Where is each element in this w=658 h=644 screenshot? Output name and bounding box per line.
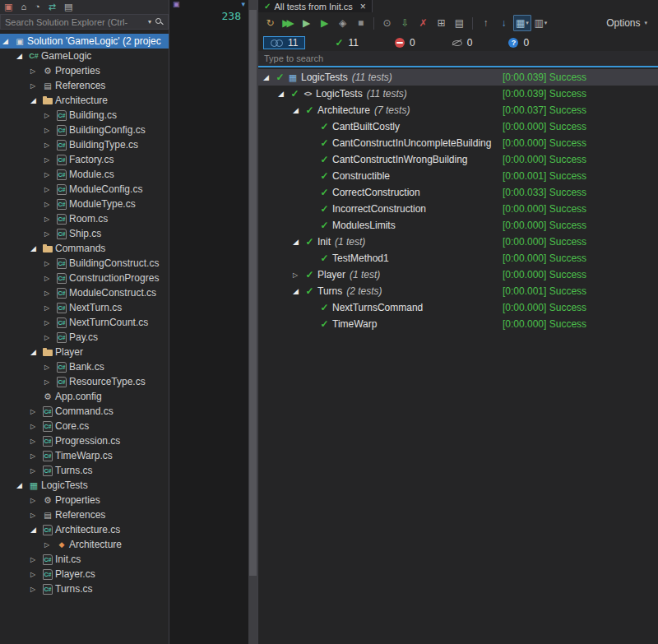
- collapsed-arrow-icon[interactable]: ▷: [30, 497, 41, 504]
- test-tree-item[interactable]: ✓IncorrectConstruction[0:00.000] Success: [258, 201, 658, 217]
- stop-tests-icon[interactable]: ■: [352, 15, 369, 31]
- solution-tree-item[interactable]: ◢Player: [0, 345, 169, 359]
- run-new-tests-icon[interactable]: ▶: [298, 15, 315, 31]
- collapsed-arrow-icon[interactable]: ▷: [44, 275, 55, 282]
- expanded-arrow-icon[interactable]: ◢: [16, 52, 27, 60]
- failed-tests-filter[interactable]: 0: [388, 37, 422, 49]
- solution-tree-item[interactable]: ▷C#BuildingConstruct.cs: [0, 256, 169, 271]
- solution-tree-item[interactable]: ▷C#Building.cs: [0, 108, 169, 123]
- solution-tree-item[interactable]: ▷C#Command.cs: [0, 404, 169, 419]
- expanded-arrow-icon[interactable]: ◢: [263, 73, 274, 81]
- group-by-icon[interactable]: ▦▾: [513, 15, 531, 31]
- total-tests-filter[interactable]: 11: [263, 36, 305, 49]
- home-icon[interactable]: ⌂: [21, 2, 26, 12]
- solution-tree-item[interactable]: ⚙App.config: [0, 389, 169, 404]
- expanded-arrow-icon[interactable]: ◢: [30, 96, 41, 104]
- next-test-icon[interactable]: ↓: [495, 15, 512, 31]
- toolwindow-layout-icon[interactable]: ▥▾: [532, 15, 549, 31]
- test-tree-item[interactable]: ✓CantConstructInUncompleteBuilding[0:00.…: [258, 135, 658, 151]
- collapsed-arrow-icon[interactable]: ▷: [30, 452, 41, 460]
- rerun-tests-icon[interactable]: ↻: [262, 15, 279, 31]
- tab-all-tests-from-init[interactable]: ✓ All tests from Init.cs ×: [258, 0, 373, 12]
- test-tree-item[interactable]: ✓TestMethod1[0:00.000] Success: [258, 250, 658, 266]
- test-tree-item[interactable]: ✓CorrectConstruction[0:00.033] Success: [258, 184, 658, 201]
- tab-close-icon[interactable]: ×: [360, 2, 366, 12]
- solution-tree-item[interactable]: ▷C#Room.cs: [0, 211, 169, 226]
- solution-explorer-search[interactable]: Search Solution Explorer (Ctrl- ▾: [0, 14, 169, 30]
- solution-tree-item[interactable]: ▷C#Core.cs: [0, 419, 169, 433]
- solution-tree-item[interactable]: ◢C#GameLogic: [0, 49, 169, 63]
- solution-tree-item[interactable]: ◢▦LogicTests: [0, 478, 169, 493]
- editor-strip[interactable]: ▣▾ 238: [169, 0, 258, 644]
- solution-tree-item[interactable]: ▷◆Architecture: [0, 537, 169, 552]
- test-tree-item[interactable]: ✓NextTurnsCommand[0:00.000] Success: [258, 299, 658, 316]
- collapsed-arrow-icon[interactable]: ▷: [44, 186, 55, 193]
- collapsed-arrow-icon[interactable]: ▷: [44, 156, 55, 164]
- collapse-all-icon[interactable]: ▤: [64, 2, 72, 12]
- solution-tree-item[interactable]: ◢C#Architecture.cs: [0, 522, 169, 537]
- collapsed-arrow-icon[interactable]: ▷: [30, 408, 41, 415]
- test-tree-item[interactable]: ✓TimeWarp[0:00.000] Success: [258, 316, 658, 332]
- remove-session-icon[interactable]: ✗: [415, 15, 432, 31]
- search-dropdown-arrow-icon[interactable]: ▾: [148, 18, 151, 25]
- expanded-arrow-icon[interactable]: ◢: [30, 348, 41, 356]
- solution-tree-item[interactable]: ▷C#Factory.cs: [0, 152, 169, 167]
- solution-tree-item[interactable]: ▷C#Turns.cs: [0, 463, 169, 478]
- collapsed-arrow-icon[interactable]: ▷: [44, 230, 55, 238]
- passed-tests-filter[interactable]: ✓11: [328, 36, 365, 49]
- editor-scrollbar[interactable]: [248, 0, 257, 644]
- solution-tree-item[interactable]: ▷C#Progression.cs: [0, 433, 169, 448]
- collapsed-arrow-icon[interactable]: ▷: [30, 67, 41, 75]
- test-tree-item[interactable]: ▷✓Player(1 test)[0:00.000] Success: [258, 266, 658, 283]
- collapsed-arrow-icon[interactable]: ▷: [30, 82, 41, 90]
- test-tree-item[interactable]: ✓CantBuiltCostly[0:00.000] Success: [258, 118, 658, 135]
- collapsed-arrow-icon[interactable]: ▷: [44, 378, 55, 386]
- solution-tree-item[interactable]: ▷C#ConstructionProgres: [0, 271, 169, 285]
- solution-tree-item[interactable]: ▷C#ResourceType.cs: [0, 374, 169, 389]
- solution-tree-item[interactable]: ◢Commands: [0, 241, 169, 256]
- collapsed-arrow-icon[interactable]: ▷: [30, 423, 41, 430]
- collapsed-arrow-icon[interactable]: ▷: [30, 438, 41, 445]
- test-tree-item[interactable]: ✓ModulesLimits[0:00.000] Success: [258, 217, 658, 234]
- expanded-arrow-icon[interactable]: ◢: [293, 106, 304, 114]
- collapsed-arrow-icon[interactable]: ▷: [44, 215, 55, 223]
- test-tree-item[interactable]: ◢✓Turns(2 tests)[0:00.001] Success: [258, 283, 658, 299]
- solution-tree-item[interactable]: ▷C#Turns.cs: [0, 581, 169, 596]
- collapsed-arrow-icon[interactable]: ▷: [44, 319, 55, 327]
- expanded-arrow-icon[interactable]: ◢: [16, 481, 27, 489]
- solution-tree-item[interactable]: ▷C#Module.cs: [0, 167, 169, 182]
- collapsed-arrow-icon[interactable]: ▷: [30, 556, 41, 563]
- collapsed-arrow-icon[interactable]: ▷: [44, 112, 55, 119]
- options-button[interactable]: Options ▾: [606, 17, 655, 29]
- run-all-tests-icon[interactable]: ▶▶: [280, 15, 297, 31]
- sync-with-active-document-icon[interactable]: ⇄: [49, 2, 56, 12]
- run-tests-icon[interactable]: ▶: [316, 15, 333, 31]
- expanded-arrow-icon[interactable]: ◢: [293, 287, 304, 295]
- collapsed-arrow-icon[interactable]: ▷: [44, 290, 55, 297]
- collapsed-arrow-icon[interactable]: ▷: [44, 127, 55, 134]
- solution-tree-item[interactable]: ▷⚙Properties: [0, 63, 169, 78]
- collapsed-arrow-icon[interactable]: ▷: [44, 334, 55, 341]
- solution-tree-item[interactable]: ▷C#ModuleType.cs: [0, 197, 169, 211]
- solution-tree-item[interactable]: ▷C#Bank.cs: [0, 359, 169, 374]
- test-tree-item[interactable]: ◢✓Architecture(7 tests)[0:00.037] Succes…: [258, 102, 658, 118]
- solution-tree-item[interactable]: ▷C#BuildingConfig.cs: [0, 123, 169, 137]
- solution-tree-item[interactable]: ▷C#TimeWarp.cs: [0, 448, 169, 463]
- solution-tree-item[interactable]: ▷▤References: [0, 78, 169, 93]
- ignored-tests-filter[interactable]: 0: [445, 36, 480, 49]
- solution-tree-item[interactable]: ▷⚙Properties: [0, 493, 169, 507]
- collapsed-arrow-icon[interactable]: ▷: [30, 571, 41, 578]
- collapsed-arrow-icon[interactable]: ▷: [44, 201, 55, 208]
- collapsed-arrow-icon[interactable]: ▷: [44, 304, 55, 312]
- solution-tree-item[interactable]: ◢Architecture: [0, 93, 169, 108]
- solution-tree-item[interactable]: ▷C#NextTurnCount.cs: [0, 315, 169, 330]
- profile-tests-icon[interactable]: ◈: [334, 15, 351, 31]
- expanded-arrow-icon[interactable]: ◢: [278, 90, 289, 98]
- expanded-arrow-icon[interactable]: ◢: [2, 37, 13, 45]
- collapsed-arrow-icon[interactable]: ▷: [44, 260, 55, 267]
- collapsed-arrow-icon[interactable]: ▷: [30, 512, 41, 519]
- solution-tree-item[interactable]: ▷C#Init.cs: [0, 552, 169, 567]
- test-tree-item[interactable]: ✓Constructible[0:00.001] Success: [258, 168, 658, 184]
- solution-tree-item[interactable]: ▷C#Pay.cs: [0, 330, 169, 345]
- collapsed-arrow-icon[interactable]: ▷: [293, 271, 304, 279]
